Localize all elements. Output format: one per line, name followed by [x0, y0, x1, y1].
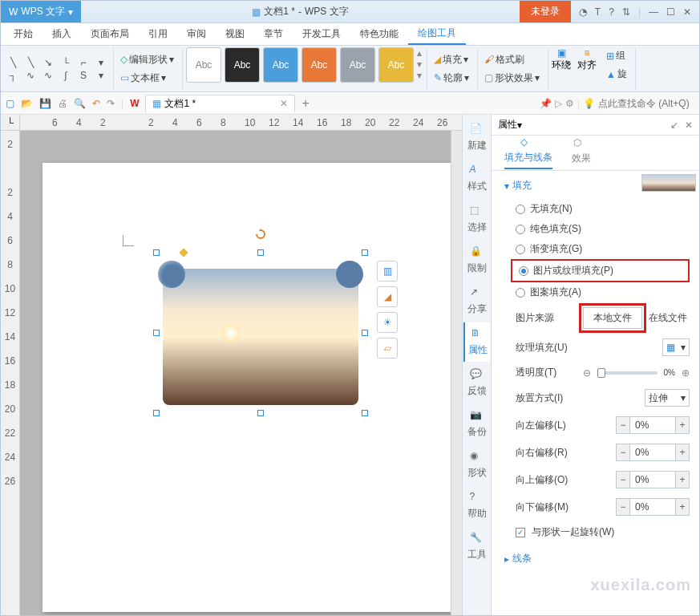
- style-preset-5[interactable]: Abc: [340, 47, 375, 83]
- sidebar-item-help[interactable]: ?帮助: [463, 486, 491, 525]
- gallery-down-icon[interactable]: ▾: [94, 57, 108, 68]
- plus-icon[interactable]: +: [675, 444, 690, 461]
- rotate-with-row[interactable]: ✓ 与形状一起旋转(W): [504, 521, 690, 544]
- format-painter-button[interactable]: 🖌格式刷: [481, 51, 543, 68]
- pin-icon[interactable]: 📌: [540, 98, 552, 109]
- menu-start[interactable]: 开始: [4, 24, 42, 44]
- gallery-exp-icon[interactable]: ▾: [417, 70, 422, 81]
- offset-t-value[interactable]: 0%: [630, 471, 675, 488]
- text-box-button[interactable]: ▭ 文本框▾: [117, 70, 177, 87]
- search-input[interactable]: [598, 98, 694, 109]
- tab-effect[interactable]: ⬡ 效果: [572, 137, 591, 168]
- slider-thumb[interactable]: [597, 368, 605, 378]
- menu-insert[interactable]: 插入: [42, 24, 81, 44]
- app-menu-button[interactable]: W WPS 文字 ▾: [1, 1, 81, 22]
- line2-icon[interactable]: ╲: [23, 57, 38, 68]
- new-icon[interactable]: ▢: [6, 98, 14, 109]
- fill-option-none[interactable]: 无填充(N): [504, 199, 690, 219]
- selected-shape[interactable]: [156, 253, 365, 413]
- save-icon[interactable]: 💾: [39, 98, 51, 109]
- group-button[interactable]: ⊞组: [603, 47, 630, 64]
- skin-icon[interactable]: ◔: [579, 6, 587, 18]
- resize-handle-e[interactable]: [362, 330, 368, 336]
- curve2-icon[interactable]: ∿: [41, 70, 55, 81]
- resize-handle-sw[interactable]: [153, 410, 160, 416]
- document-tab[interactable]: ▦ 文档1 * ✕: [145, 95, 295, 112]
- redo-icon[interactable]: ↷: [107, 98, 115, 109]
- shape-effect-button[interactable]: ▢形状效果▾: [481, 70, 543, 87]
- menu-chapter[interactable]: 章节: [254, 24, 293, 44]
- arrow-icon[interactable]: ↘: [41, 57, 55, 68]
- sidebar-item-select[interactable]: ⬚选择: [463, 200, 491, 239]
- fill-preview-thumbnail[interactable]: [641, 174, 696, 192]
- elbow-icon[interactable]: └: [59, 57, 73, 68]
- wrap-button[interactable]: ▣环绕: [552, 47, 571, 90]
- menu-draw-tools[interactable]: 绘图工具: [408, 23, 466, 45]
- menu-view[interactable]: 视图: [216, 24, 254, 44]
- curve-icon[interactable]: ∿: [23, 70, 38, 81]
- add-tab-button[interactable]: +: [301, 96, 309, 111]
- rotate-button[interactable]: ▲旋: [603, 66, 630, 83]
- fill-option-gradient[interactable]: 渐变填充(G): [504, 239, 690, 259]
- local-file-button[interactable]: 本地文件: [583, 307, 642, 329]
- tab-fill-line[interactable]: ◇ 填充与线条: [504, 136, 552, 169]
- gallery-dn-icon[interactable]: ▾: [417, 59, 422, 70]
- sidebar-item-shape[interactable]: ◉形状: [463, 445, 491, 484]
- resize-handle-w[interactable]: [153, 330, 160, 336]
- line-section-header[interactable]: ▸ 线条: [504, 552, 690, 565]
- minimize-icon[interactable]: —: [649, 6, 658, 18]
- elbow2-icon[interactable]: ⌐: [76, 57, 91, 68]
- wps-home-icon[interactable]: W: [130, 98, 139, 109]
- fill-option-picture[interactable]: 图片或纹理填充(P): [511, 259, 690, 282]
- menu-dev[interactable]: 开发工具: [293, 24, 350, 44]
- rotate-handle[interactable]: [255, 229, 266, 240]
- minus-icon[interactable]: −: [616, 498, 630, 516]
- maximize-icon[interactable]: ☐: [666, 6, 675, 18]
- resize-handle-nw[interactable]: [153, 249, 160, 256]
- preview-icon[interactable]: 🔍: [74, 98, 86, 109]
- style-preset-2[interactable]: Abc: [225, 47, 260, 83]
- resize-handle-n[interactable]: [257, 249, 264, 256]
- resize-handle-s[interactable]: [257, 410, 264, 416]
- menu-feature[interactable]: 特色功能: [350, 24, 408, 44]
- fill-option-solid[interactable]: 纯色填充(S): [504, 219, 690, 239]
- offset-l-value[interactable]: 0%: [630, 416, 675, 434]
- outline-tool-button[interactable]: ▱: [377, 338, 398, 359]
- style-preset-3[interactable]: Abc: [263, 47, 298, 83]
- login-button[interactable]: 未登录: [520, 1, 571, 22]
- cog-icon[interactable]: ⚙: [565, 98, 574, 109]
- menu-review[interactable]: 审阅: [177, 24, 216, 44]
- offset-r-value[interactable]: 0%: [630, 444, 675, 461]
- scroll-shape[interactable]: [163, 269, 358, 405]
- texture-picker[interactable]: ▦▾: [662, 338, 690, 356]
- plus-icon[interactable]: +: [675, 416, 690, 434]
- vertical-scrollbar[interactable]: [451, 131, 462, 616]
- t-icon[interactable]: T: [595, 6, 601, 18]
- menu-layout[interactable]: 页面布局: [81, 24, 139, 44]
- curve4-icon[interactable]: S: [76, 70, 91, 81]
- menu-ref[interactable]: 引用: [139, 24, 177, 44]
- resize-handle-ne[interactable]: [362, 249, 368, 256]
- sidebar-item-restrict[interactable]: 🔒限制: [463, 241, 491, 280]
- fill-option-pattern[interactable]: 图案填充(A): [504, 282, 690, 302]
- gallery-more-icon[interactable]: ▾: [94, 70, 108, 81]
- editor-canvas[interactable]: ▥ ◢ ☀ ▱: [20, 131, 451, 616]
- online-file-button[interactable]: 在线文件: [649, 311, 687, 325]
- edit-shape-button[interactable]: ◇ 编辑形状▾: [117, 51, 177, 68]
- sidebar-item-new[interactable]: 📄新建: [463, 118, 491, 157]
- panel-close-icon[interactable]: ✕: [685, 120, 693, 131]
- style-preset-1[interactable]: Abc: [186, 47, 221, 83]
- elbow3-icon[interactable]: ┐: [6, 70, 20, 81]
- layout-tool-button[interactable]: ▥: [377, 261, 398, 282]
- offset-b-value[interactable]: 0%: [630, 498, 675, 516]
- sidebar-item-properties[interactable]: 🗎属性: [463, 322, 491, 362]
- horizontal-ruler[interactable]: 642 246 81012 141618 202224 26: [20, 115, 462, 131]
- transparency-slider[interactable]: [597, 371, 658, 375]
- sidebar-item-backup[interactable]: 📷备份: [463, 404, 491, 444]
- sidebar-item-share[interactable]: ↗分享: [463, 282, 491, 321]
- fill-button[interactable]: ◢填充▾: [431, 51, 472, 68]
- updown-icon[interactable]: ⇅: [622, 6, 630, 18]
- vertical-ruler[interactable]: 224 6810 121416 182022 2426: [1, 131, 20, 616]
- minus-icon[interactable]: −: [616, 471, 630, 488]
- offset-right-spinner[interactable]: −0%+: [616, 444, 690, 461]
